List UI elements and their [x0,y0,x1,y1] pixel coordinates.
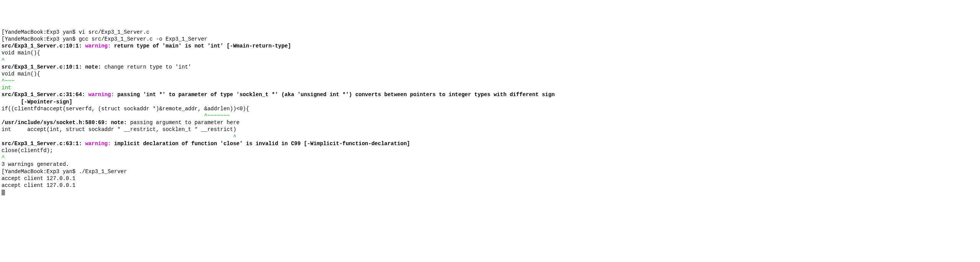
source-location: src/Exp3_1_Server.c:10:1: [2,43,85,49]
note-message: change return type to 'int' [105,64,191,70]
shell-prompt: YandeMacBook:Exp3 yan$ [5,36,78,42]
terminal-line: [YandeMacBook:Exp3 yan$ ./Exp3_1_Server [2,168,978,175]
summary-line: 3 warnings generated. [2,161,978,168]
terminal-line: [YandeMacBook:Exp3 yan$ vi src/Exp3_1_Se… [2,29,978,36]
warning-label: warning: [85,43,114,49]
caret-indicator: ^ [2,57,978,64]
note-label: note: [111,120,130,126]
program-output: accept client 127.0.0.1 [2,182,978,189]
terminal-line: [YandeMacBook:Exp3 yan$ gcc src/Exp3_1_S… [2,36,978,43]
command-text: gcc src/Exp3_1_Server.c -o Exp3_1_Server [79,36,207,42]
warning-flag: [-Wpointer-sign] [2,98,978,105]
note-message: passing argument to parameter here [130,120,240,126]
code-context: int accept(int, struct sockaddr * __rest… [2,126,978,133]
command-text: vi src/Exp3_1_Server.c [79,29,150,35]
source-location: src/Exp3_1_Server.c:31:64: [2,92,88,98]
compiler-warning-line: src/Exp3_1_Server.c:10:1: warning: retur… [2,43,978,49]
code-context: close(clientfd); [2,147,978,154]
caret-indicator: ^~~~ [2,77,978,84]
warning-label: warning: [88,92,118,98]
terminal-output[interactable]: [YandeMacBook:Exp3 yan$ vi src/Exp3_1_Se… [2,29,978,196]
cursor-icon [2,190,5,195]
source-location: /usr/include/sys/socket.h:580:69: [2,120,111,126]
warning-message: passing 'int *' to parameter of type 'so… [117,92,555,98]
shell-prompt: YandeMacBook:Exp3 yan$ [5,29,78,35]
code-context: void main(){ [2,70,978,77]
cursor-line [2,189,978,196]
compiler-note-line: src/Exp3_1_Server.c:10:1: note: change r… [2,64,978,70]
compiler-note-line: /usr/include/sys/socket.h:580:69: note: … [2,119,978,126]
code-context: void main(){ [2,49,978,56]
caret-indicator: ^ [2,133,978,140]
source-location: src/Exp3_1_Server.c:10:1: [2,64,85,70]
program-output: accept client 127.0.0.1 [2,175,978,182]
warning-message: implicit declaration of function 'close'… [114,141,410,147]
shell-prompt: YandeMacBook:Exp3 yan$ [5,169,78,175]
fixit-suggestion: int [2,84,978,91]
warning-message: return type of 'main' is not 'int' [-Wma… [114,43,291,49]
compiler-warning-line: src/Exp3_1_Server.c:31:64: warning: pass… [2,91,978,98]
command-text: ./Exp3_1_Server [79,169,127,175]
code-context: if((clientfd=accept(serverfd, (struct so… [2,105,978,112]
compiler-warning-line: src/Exp3_1_Server.c:63:1: warning: impli… [2,140,978,147]
caret-indicator: ^ [2,154,978,161]
source-location: src/Exp3_1_Server.c:63:1: [2,141,85,147]
caret-indicator: ^~~~~~~~ [2,112,978,119]
warning-label: warning: [85,141,114,147]
note-label: note: [85,64,104,70]
